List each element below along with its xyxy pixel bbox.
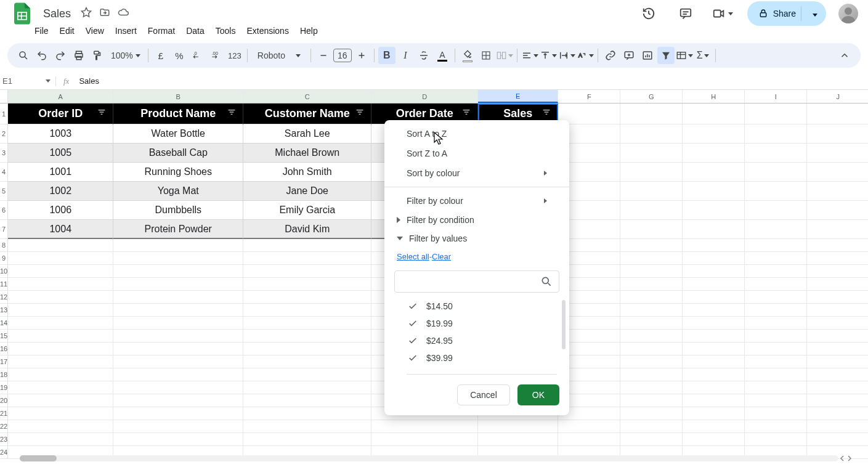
italic-button[interactable]: I — [397, 47, 414, 64]
cell[interactable] — [683, 330, 745, 343]
cell[interactable] — [683, 304, 745, 317]
cell[interactable] — [8, 407, 113, 420]
comment-icon[interactable] — [673, 1, 698, 26]
row-header[interactable]: 13 — [0, 304, 7, 317]
cell[interactable] — [113, 252, 243, 265]
cell[interactable] — [113, 355, 243, 368]
menu-view[interactable]: View — [81, 23, 109, 38]
cell[interactable] — [683, 291, 745, 304]
cell[interactable] — [243, 265, 371, 278]
cell[interactable] — [113, 343, 243, 355]
cell[interactable] — [807, 407, 868, 420]
cell[interactable] — [113, 407, 243, 420]
menu-extensions[interactable]: Extensions — [241, 23, 293, 38]
row-header[interactable]: 14 — [0, 317, 7, 330]
percent-icon[interactable]: % — [171, 47, 188, 64]
cell[interactable]: Jane Doe — [243, 182, 371, 201]
cell[interactable] — [683, 104, 745, 124]
col-header[interactable]: G — [620, 90, 683, 103]
rotate-button[interactable]: A — [577, 47, 594, 64]
cell[interactable] — [745, 220, 807, 239]
cell[interactable] — [745, 304, 807, 317]
cell[interactable] — [8, 368, 113, 381]
cancel-button[interactable]: Cancel — [457, 384, 510, 405]
cell[interactable] — [620, 420, 683, 433]
currency-icon[interactable]: £ — [152, 47, 169, 64]
filter-button[interactable] — [657, 47, 675, 64]
name-box[interactable]: E1 — [0, 76, 55, 86]
cell[interactable] — [620, 182, 683, 201]
cell[interactable] — [243, 239, 371, 252]
cell[interactable] — [807, 182, 868, 201]
filter-value-item[interactable]: $14.50 — [407, 298, 559, 315]
filter-icon[interactable] — [227, 107, 237, 120]
cell[interactable] — [113, 278, 243, 291]
sort-az-item[interactable]: Sort A to Z — [384, 120, 569, 144]
cell[interactable] — [620, 252, 683, 265]
cell[interactable]: 1002 — [8, 182, 113, 201]
cell[interactable] — [8, 381, 113, 394]
cell[interactable] — [807, 304, 868, 317]
zoom-selector[interactable]: 100% — [107, 51, 144, 60]
row-header[interactable]: 11 — [0, 278, 7, 291]
table-header[interactable]: Customer Name — [243, 104, 371, 124]
col-header[interactable]: B — [113, 90, 243, 103]
cell[interactable]: John Smith — [243, 163, 371, 182]
redo-icon[interactable] — [52, 47, 69, 64]
filter-search-input[interactable] — [401, 277, 540, 286]
bold-button[interactable]: B — [378, 47, 395, 64]
cell[interactable] — [807, 368, 868, 381]
cell[interactable] — [243, 278, 371, 291]
cell[interactable] — [807, 104, 868, 124]
collapse-toolbar-button[interactable] — [836, 47, 853, 64]
cell[interactable] — [745, 343, 807, 355]
cell[interactable] — [683, 381, 745, 394]
cell[interactable]: 1006 — [8, 201, 113, 220]
col-header[interactable]: J — [807, 90, 868, 103]
cell[interactable] — [243, 407, 371, 420]
cell[interactable] — [243, 368, 371, 381]
cell[interactable] — [113, 291, 243, 304]
cell[interactable]: Water Bottle — [113, 124, 243, 144]
row-header[interactable]: 18 — [0, 368, 7, 381]
cell[interactable] — [243, 252, 371, 265]
sheets-logo[interactable] — [10, 1, 34, 26]
cell[interactable] — [558, 433, 620, 446]
menu-tools[interactable]: Tools — [211, 23, 241, 38]
cell[interactable]: 1005 — [8, 144, 113, 163]
row-header[interactable]: 19 — [0, 381, 7, 394]
table-view-button[interactable] — [676, 47, 693, 64]
menu-data[interactable]: Data — [181, 23, 209, 38]
row-header[interactable]: 6 — [0, 201, 7, 220]
row-header[interactable]: 9 — [0, 252, 7, 265]
scroll-right-icon[interactable] — [846, 455, 853, 461]
cell[interactable] — [620, 291, 683, 304]
row-header[interactable]: 15 — [0, 330, 7, 343]
cell[interactable] — [8, 420, 113, 433]
cell[interactable] — [620, 394, 683, 407]
cell[interactable] — [683, 252, 745, 265]
cell[interactable] — [8, 252, 113, 265]
ok-button[interactable]: OK — [517, 384, 559, 405]
cell[interactable] — [683, 265, 745, 278]
cell[interactable] — [745, 124, 807, 144]
filter-values-item[interactable]: Filter by values — [384, 229, 569, 248]
col-header[interactable]: F — [558, 90, 620, 103]
fill-color-button[interactable] — [459, 47, 476, 64]
cell[interactable] — [113, 317, 243, 330]
cell[interactable] — [113, 304, 243, 317]
row-header[interactable]: 2 — [0, 124, 7, 144]
sort-za-item[interactable]: Sort Z to A — [384, 144, 569, 163]
cell[interactable] — [243, 317, 371, 330]
cell[interactable] — [683, 124, 745, 144]
cell[interactable] — [807, 433, 868, 446]
table-header[interactable]: Order ID — [8, 104, 113, 124]
cell[interactable] — [807, 355, 868, 368]
cell[interactable] — [745, 252, 807, 265]
cell[interactable] — [620, 407, 683, 420]
cell[interactable] — [620, 201, 683, 220]
filter-search-box[interactable] — [394, 270, 559, 293]
cell[interactable] — [243, 420, 371, 433]
decrease-decimal-icon[interactable]: .0 — [189, 47, 206, 64]
paint-format-icon[interactable] — [89, 47, 106, 64]
